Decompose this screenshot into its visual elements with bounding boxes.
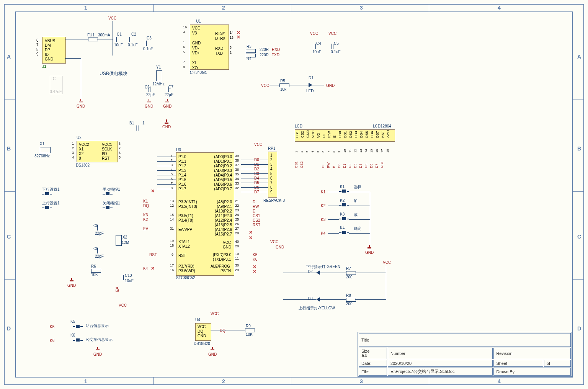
sw-manual-label: 手动播报1 <box>103 187 120 192</box>
cap-c3 <box>145 41 147 46</box>
r3-ref: R3 <box>247 44 252 49</box>
switch-k2[interactable] <box>339 203 349 207</box>
crystal-y1 <box>156 70 162 81</box>
r9-val: 10K <box>246 332 253 337</box>
vcc-usb: VCC <box>108 16 116 20</box>
switch-k4[interactable] <box>339 231 349 235</box>
c10-ref: C10 <box>125 273 132 278</box>
drawn-label: Drawn By: <box>496 369 516 374</box>
d1-ref: D1 <box>309 76 314 80</box>
u3-ref: U3 <box>176 148 181 152</box>
file-val: E:\Project\..\公交站台显示.SchDoc <box>390 369 454 374</box>
c1-val: 10uF <box>114 43 123 47</box>
j1-ref: J1 <box>42 64 46 69</box>
sheet-of: of <box>547 361 550 366</box>
date-label: Date: <box>361 361 371 366</box>
u4-vcc: VCC <box>198 325 206 329</box>
col-2-top: 2 <box>222 5 225 11</box>
lcd-part: LCD12864 <box>373 124 391 128</box>
c4-ref: C4 <box>316 41 321 46</box>
r6-ref: R6 <box>91 264 96 268</box>
crystal-x1 <box>40 147 51 153</box>
j1-p9: 9 <box>36 52 39 56</box>
c2-ref: C2 <box>131 32 136 36</box>
switch-close[interactable] <box>103 206 113 210</box>
vcc-leds: VCC <box>383 260 391 265</box>
switch-k3[interactable] <box>339 217 349 221</box>
gnd-b1: GND <box>162 125 171 129</box>
switch-up[interactable] <box>42 206 52 210</box>
schematic-sheet: 1 2 3 4 1 2 3 4 A B C D A B C D VBUS DM … <box>0 0 588 389</box>
k6-net: K6 <box>50 338 54 343</box>
net-txd: TXD <box>272 53 279 57</box>
col-4-bot: 4 <box>498 378 501 384</box>
res-r6 <box>91 269 101 273</box>
u4-ref: U4 <box>195 318 200 322</box>
c6-ref: C6 <box>145 85 150 89</box>
gnd-usb: GND <box>77 104 85 108</box>
switch-down[interactable] <box>42 192 52 196</box>
vcc-mcu: VCC <box>270 240 278 244</box>
gnd-keys: GND <box>365 250 374 255</box>
led-d2 <box>316 270 320 275</box>
c9-ref: C9 <box>93 247 98 251</box>
switch-k6[interactable] <box>73 338 83 342</box>
net-k6r: K6 <box>253 257 257 262</box>
d1-part: LED <box>306 89 314 93</box>
c5-val: 0.1uF <box>331 50 341 54</box>
r6-val: 10K <box>91 273 98 277</box>
vcc-rp: VCC <box>254 142 262 147</box>
d3-label: 上行指示灯-YELLOW <box>299 306 335 311</box>
k6-label: 公交车信息显示 <box>86 337 113 342</box>
r5-ref: R5 <box>280 79 285 83</box>
cap-c2 <box>129 37 131 42</box>
led-d3 <box>316 297 320 302</box>
u1-part: CH340G1 <box>190 70 207 75</box>
title-block: Title SizeA4 Number Revision Date: 2020/… <box>358 332 572 377</box>
r3-val: 220R <box>260 47 269 52</box>
c8-val: 22pF <box>95 231 104 235</box>
j1-gnd: GND <box>45 57 53 61</box>
d2-label: 下行指示灯-GREEN <box>306 264 340 270</box>
col-4-top: 4 <box>498 5 501 11</box>
sheet-label: Sheet <box>496 361 507 366</box>
j1-id: ID <box>45 52 49 57</box>
r8-val: 200 <box>346 302 353 306</box>
r4-ref: R4 <box>247 57 252 61</box>
fu1-ref: FU1 <box>87 33 95 37</box>
row-d-l: D <box>7 325 11 332</box>
col-1-top: 1 <box>84 5 87 11</box>
y1-val: 12MHz <box>152 82 165 86</box>
sw-down-label: 下行设置1 <box>42 187 60 192</box>
j1-dp: DP <box>45 48 50 52</box>
net-ea: EA <box>143 227 148 231</box>
res-r5 <box>279 83 289 87</box>
gnd-ds18: GND <box>208 352 217 356</box>
c3-ref: C3 <box>147 36 152 40</box>
switch-manual[interactable] <box>103 192 113 196</box>
c3-val: 0.1uF <box>143 47 153 51</box>
c4-val: 10uF <box>312 50 321 54</box>
switch-k1[interactable] <box>339 190 349 193</box>
net-k5r: K5 <box>253 253 257 257</box>
fu1-val: 300mA <box>98 33 110 37</box>
switch-k5[interactable] <box>73 325 83 329</box>
c7-val: 22pF <box>165 93 173 97</box>
u2-part: DS1302 <box>76 163 90 167</box>
number-label: Number <box>390 351 405 356</box>
gnd-y1a: GND <box>145 104 153 108</box>
cap-c1 <box>115 37 117 42</box>
c5-ref: C5 <box>334 41 339 46</box>
vcc-c4: VCC <box>310 31 318 36</box>
x1-ref: X1 <box>40 142 44 146</box>
respack <box>268 152 277 198</box>
row-d-r: D <box>577 325 581 332</box>
col-1-bot: 1 <box>84 378 87 384</box>
net-k2: K2 <box>143 217 148 222</box>
x1-val: 32768Hz <box>34 154 50 158</box>
net-k4: K4 <box>143 266 148 271</box>
rp1-part: RESPACK-8 <box>263 198 285 203</box>
vcc-c5: VCC <box>328 31 336 36</box>
usb-module-label: USB供电模块 <box>100 70 127 77</box>
led-d1 <box>309 83 312 87</box>
